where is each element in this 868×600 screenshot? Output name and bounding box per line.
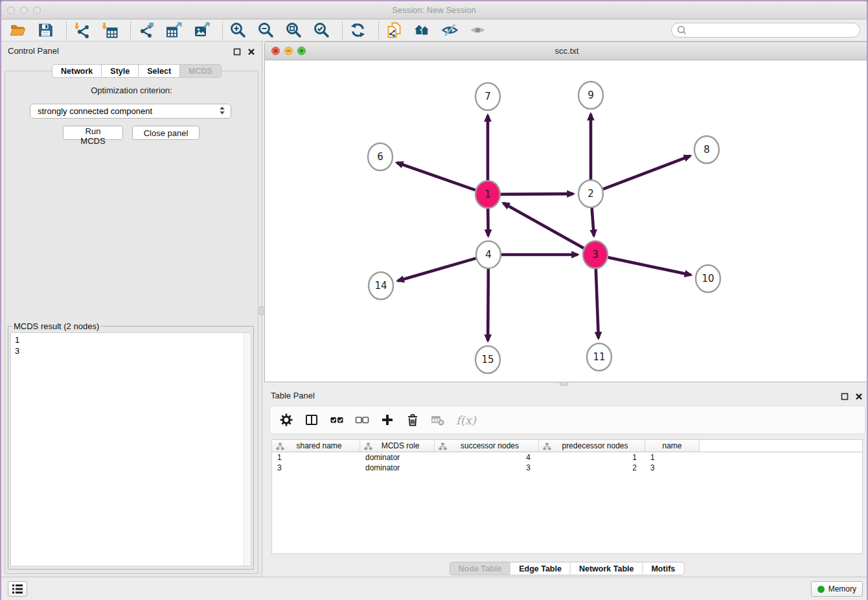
tab-edge-table[interactable]: Edge Table: [510, 562, 571, 575]
delete-column-icon[interactable]: [405, 413, 420, 427]
import-table-icon[interactable]: [101, 21, 119, 39]
show-all-icon[interactable]: [469, 21, 486, 39]
memory-label: Memory: [828, 584, 856, 594]
graph-edge-3-10[interactable]: [608, 257, 691, 275]
control-panel: Control Panel NetworkStyleSelectMCDS Opt…: [1, 41, 262, 578]
column-header-name[interactable]: name: [645, 440, 700, 452]
control-panel-tabs: NetworkStyleSelectMCDS: [52, 64, 222, 78]
zoom-out-icon[interactable]: [257, 21, 275, 39]
toolbar-separator: [222, 21, 223, 39]
first-neighbors-icon[interactable]: [413, 21, 431, 39]
splitter-grip-horizontal[interactable]: [560, 382, 568, 386]
graph-edge-2-3[interactable]: [592, 208, 594, 236]
column-header-shared-name[interactable]: shared name: [272, 440, 360, 452]
search-input[interactable]: [687, 25, 860, 36]
criterion-value: strongly connected component: [38, 106, 152, 116]
tab-motifs[interactable]: Motifs: [643, 562, 684, 575]
function-builder-icon: f(x): [456, 413, 476, 427]
table-panel: Table Panel: [264, 386, 868, 578]
table-cell[interactable]: 2: [539, 463, 645, 473]
network-close-button[interactable]: [271, 47, 280, 55]
open-session-icon[interactable]: [9, 21, 27, 39]
refresh-icon[interactable]: [349, 21, 367, 39]
memory-status-dot: [817, 586, 825, 593]
table-cell[interactable]: 4: [435, 452, 539, 463]
splitter-grip[interactable]: [259, 306, 264, 315]
table-row: 1dominator411: [272, 452, 862, 463]
float-panel-icon[interactable]: [233, 47, 241, 58]
graph-edge-1-2[interactable]: [501, 194, 573, 194]
graph-node-label: 6: [377, 151, 383, 163]
tab-network-table[interactable]: Network Table: [571, 562, 643, 575]
export-network-icon[interactable]: [137, 21, 155, 39]
graph-edge-3-1[interactable]: [503, 203, 584, 248]
run-mcds-button[interactable]: Run MCDS: [63, 126, 123, 140]
table-cell[interactable]: 1: [272, 452, 360, 463]
column-header-successor-nodes[interactable]: successor nodes: [435, 440, 539, 452]
table-header-row: shared nameMCDS rolesuccessor nodesprede…: [272, 440, 862, 452]
zoom-in-icon[interactable]: [229, 21, 247, 39]
add-column-icon[interactable]: [380, 413, 394, 427]
table-cell[interactable]: 1: [645, 452, 700, 463]
graph-edge-1-6[interactable]: [397, 163, 475, 190]
graph-edge-2-8[interactable]: [603, 156, 691, 189]
network-minimize-button[interactable]: [284, 47, 293, 55]
table-cell[interactable]: 3: [645, 463, 700, 473]
graph-node-label: 14: [374, 280, 387, 292]
table-cell[interactable]: dominator: [360, 452, 435, 463]
criterion-select[interactable]: strongly connected component: [30, 104, 231, 119]
close-table-panel-icon[interactable]: [855, 391, 863, 403]
table-cell[interactable]: 3: [435, 463, 539, 473]
float-table-panel-icon[interactable]: [841, 391, 849, 403]
tab-node-table[interactable]: Node Table: [450, 562, 510, 575]
new-network-from-selection-icon[interactable]: [385, 21, 403, 39]
zoom-selected-icon[interactable]: [313, 21, 330, 39]
table-cell[interactable]: dominator: [360, 463, 435, 473]
memory-button[interactable]: Memory: [811, 581, 863, 597]
graph-node-label: 7: [485, 91, 491, 102]
node-table: shared nameMCDS rolesuccessor nodesprede…: [271, 439, 863, 554]
graph-edge-4-14[interactable]: [398, 259, 476, 281]
column-header-label: MCDS role: [375, 441, 420, 450]
table-cell[interactable]: 1: [539, 452, 645, 463]
column-header-label: successor nodes: [454, 441, 519, 450]
unselect-all-columns-icon[interactable]: [355, 413, 369, 427]
window-title: Session: New Session: [1, 5, 867, 15]
network-window-titlebar: scc.txt: [265, 42, 868, 60]
table-settings-icon[interactable]: [279, 413, 293, 427]
network-canvas[interactable]: 1234678910111415: [265, 60, 868, 382]
tab-select[interactable]: Select: [139, 64, 180, 78]
network-window-buttons: [265, 47, 306, 55]
graph-edge-4-15[interactable]: [488, 269, 488, 341]
save-session-icon[interactable]: [37, 21, 54, 39]
graph-node-label: 10: [702, 273, 714, 284]
select-all-columns-icon[interactable]: [330, 413, 344, 427]
mcds-result-item: 3: [15, 345, 240, 356]
result-scrollbar[interactable]: [244, 333, 251, 566]
import-network-icon[interactable]: [73, 21, 91, 39]
table-panel-header: Table Panel: [264, 386, 868, 404]
export-image-icon[interactable]: [193, 21, 211, 39]
close-panel-button[interactable]: Close panel: [132, 126, 200, 140]
column-header-mcds-role[interactable]: MCDS role: [360, 440, 435, 452]
tab-mcds[interactable]: MCDS: [180, 64, 222, 78]
mcds-result-list[interactable]: 13: [10, 332, 251, 566]
close-panel-icon[interactable]: [247, 47, 255, 58]
export-table-icon[interactable]: [165, 21, 183, 39]
hide-selected-icon[interactable]: [441, 21, 459, 39]
graph-node-label: 2: [588, 188, 594, 200]
graph-node-label: 15: [481, 354, 494, 365]
tab-style[interactable]: Style: [102, 64, 139, 78]
fit-content-icon[interactable]: [285, 21, 303, 39]
task-history-button[interactable]: [8, 581, 27, 597]
search-box[interactable]: [671, 23, 860, 38]
delete-table-icon: [431, 413, 445, 427]
network-zoom-button[interactable]: [297, 47, 306, 55]
graph-edge-3-11[interactable]: [596, 269, 599, 338]
show-columns-icon[interactable]: [304, 413, 319, 427]
table-cell[interactable]: 3: [272, 463, 360, 473]
column-header-predecessor-nodes[interactable]: predecessor nodes: [539, 440, 645, 452]
toolbar-separator: [66, 21, 67, 39]
graph-node-label: 8: [703, 144, 710, 156]
tab-network[interactable]: Network: [52, 64, 102, 78]
